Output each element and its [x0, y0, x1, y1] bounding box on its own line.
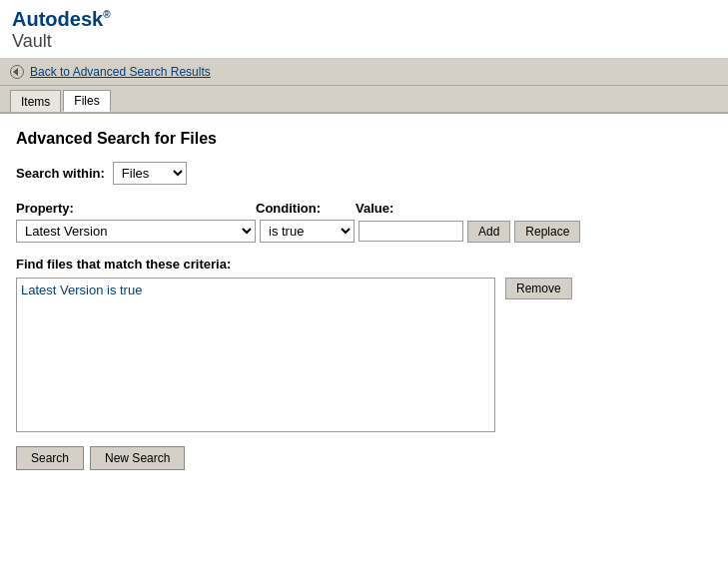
- new-search-button[interactable]: New Search: [90, 446, 185, 470]
- add-button[interactable]: Add: [467, 221, 510, 243]
- back-icon: [10, 65, 24, 79]
- product-name: Vault: [12, 31, 716, 52]
- property-select[interactable]: Latest Version: [16, 220, 256, 243]
- search-button[interactable]: Search: [16, 446, 84, 470]
- tab-files[interactable]: Files: [63, 90, 110, 112]
- replace-button[interactable]: Replace: [514, 221, 580, 243]
- search-within-row: Search within: Files Folders All: [16, 162, 712, 185]
- condition-select[interactable]: is true is false: [260, 220, 355, 243]
- condition-label: Condition:: [256, 201, 356, 216]
- back-to-results-link[interactable]: Back to Advanced Search Results: [30, 65, 211, 79]
- tab-bar: Items Files: [0, 86, 728, 114]
- pcv-inputs-row: Latest Version is true is false Add Repl…: [16, 220, 712, 243]
- nav-bar: Back to Advanced Search Results: [0, 59, 728, 86]
- pcv-labels: Property: Condition: Value:: [16, 201, 712, 216]
- property-label: Property:: [16, 201, 256, 216]
- main-content: Advanced Search for Files Search within:…: [0, 114, 728, 486]
- search-within-label: Search within:: [16, 166, 105, 181]
- brand-name: Autodesk®: [12, 8, 716, 31]
- search-within-select[interactable]: Files Folders All: [113, 162, 187, 185]
- footer-buttons: Search New Search: [16, 446, 712, 470]
- value-label: Value:: [356, 201, 465, 216]
- remove-button[interactable]: Remove: [505, 278, 572, 299]
- value-input[interactable]: [359, 221, 463, 242]
- criteria-textarea[interactable]: Latest Version is true: [16, 278, 495, 432]
- app-header: Autodesk® Vault: [0, 0, 728, 59]
- tab-items[interactable]: Items: [10, 90, 61, 112]
- criteria-area-row: Latest Version is true Remove: [16, 278, 712, 432]
- criteria-label: Find files that match these criteria:: [16, 257, 712, 272]
- page-title: Advanced Search for Files: [16, 130, 712, 148]
